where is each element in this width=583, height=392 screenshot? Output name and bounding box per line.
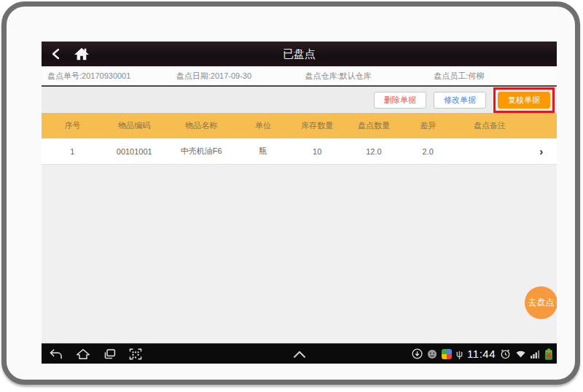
info-date: 盘点日期:2017-09-30 (171, 71, 300, 82)
cell-difference: 2.0 (402, 147, 454, 156)
info-doc-number: 盘点单号:20170930001 (42, 71, 171, 82)
cell-seq: 1 (42, 147, 103, 156)
delete-document-button[interactable]: 删除单据 (374, 92, 426, 109)
highlight-annotation: 复核单据 (493, 87, 555, 113)
back-nav-icon[interactable] (49, 348, 63, 360)
screen-capture-icon[interactable] (129, 348, 142, 360)
header-counted-qty: 盘点数量 (345, 120, 402, 131)
expand-chevron-icon[interactable] (291, 350, 308, 358)
review-document-button[interactable]: 复核单据 (498, 92, 550, 109)
wifi-icon (515, 349, 526, 358)
android-nav-bar: ψ 11:44 (42, 343, 557, 364)
cell-item-code: 00101001 (103, 147, 165, 156)
download-icon (412, 348, 423, 359)
nav-left-group (42, 348, 142, 360)
row-chevron-icon[interactable]: › (526, 145, 557, 157)
page-title: 已盘点 (42, 47, 557, 61)
table-header: 序号 物品编码 物品名称 单位 库存数量 盘点数量 差异 盘点备注 (42, 113, 557, 138)
header-remark: 盘点备注 (454, 120, 526, 131)
usb-icon: ψ (456, 349, 463, 358)
table-row[interactable]: 1 00101001 中壳机油F6 瓶 10 12.0 2.0 › (42, 138, 557, 165)
smiley-icon (427, 349, 437, 359)
go-count-fab[interactable]: 去盘点 (525, 286, 557, 319)
header-stock-qty: 库存数量 (289, 120, 345, 131)
cell-stock-qty: 10 (289, 147, 345, 156)
info-bar: 盘点单号:20170930001 盘点日期:2017-09-30 盘点仓库:默认… (42, 66, 557, 87)
cell-counted-qty: 12.0 (345, 147, 402, 156)
header-item-code: 物品编码 (103, 120, 165, 131)
modify-document-button[interactable]: 修改单据 (434, 92, 486, 109)
info-employee: 盘点员工:何柳 (428, 71, 557, 82)
screen: 已盘点 盘点单号:20170930001 盘点日期:2017-09-30 盘点仓… (42, 42, 557, 364)
alarm-icon (500, 348, 511, 359)
header-unit: 单位 (238, 120, 289, 131)
clock-time: 11:44 (467, 348, 496, 360)
status-icons-group[interactable]: ψ 11:44 (412, 348, 557, 360)
cell-unit: 瓶 (238, 146, 289, 157)
home-nav-icon[interactable] (76, 348, 90, 360)
signal-icon (531, 350, 540, 358)
battery-icon (544, 348, 553, 360)
tablet-frame: 已盘点 盘点单号:20170930001 盘点日期:2017-09-30 盘点仓… (1, 1, 580, 385)
app-bar: 已盘点 (42, 42, 557, 66)
header-seq: 序号 (42, 120, 103, 131)
header-item-name: 物品名称 (165, 120, 238, 131)
header-difference: 差异 (402, 120, 454, 131)
gallery-app-icon (442, 349, 452, 359)
info-warehouse: 盘点仓库:默认仓库 (300, 71, 429, 82)
cell-item-name: 中壳机油F6 (165, 146, 238, 157)
toolbar: 删除单据 修改单据 复核单据 (42, 87, 557, 113)
recent-apps-icon[interactable] (103, 348, 117, 360)
